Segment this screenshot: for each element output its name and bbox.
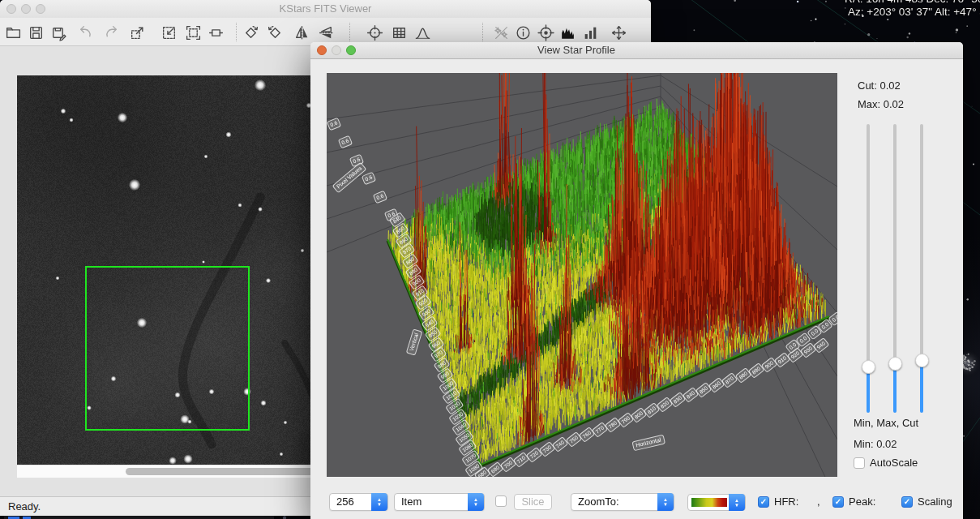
3d-surface-canvas[interactable] [327,73,837,477]
sample-size-value: 256 [336,494,354,510]
window-title: KStars FITS Viewer [0,0,651,18]
slider-knob[interactable] [915,354,929,367]
spinbox-stepper-icon[interactable]: ▲▼ [371,493,387,511]
show-crosshair-button[interactable] [363,21,386,44]
fit-stars-icon [414,24,431,41]
flip-horizontal-icon [293,24,310,41]
zoom-actual-size-button[interactable] [204,21,227,44]
star-profile-3d-plot[interactable]: 0.60.60.60.60.60.68408508608708808909009… [327,73,837,477]
flip-vertical-button[interactable] [315,21,337,44]
zoom-to-fit-icon [185,24,202,41]
statistics-button[interactable] [579,21,601,44]
max-slider[interactable] [887,122,903,416]
open-file-button[interactable] [2,21,24,44]
sliders-caption: Min, Max, Cut [854,417,918,429]
autoscale-checkbox[interactable] [854,457,865,469]
item-combobox-value: Item [401,494,422,510]
peak-checkbox[interactable] [832,496,844,508]
min-slider[interactable] [860,122,876,416]
slider-knob[interactable] [888,357,902,371]
mark-stars-button[interactable] [490,21,512,44]
scaling-checkbox[interactable] [901,496,913,508]
show-pixel-gridlines-button[interactable] [387,21,410,44]
slider-fill [893,364,897,413]
min-value-label: Min: 0.02 [854,438,897,450]
toolbar-separator [482,23,483,41]
histogram-button[interactable] [556,21,579,44]
slider-fill [867,367,870,413]
dialog-title: View Star Profile [503,42,649,58]
pan-mode-icon [610,24,627,41]
view-star-profile-dialog: View Star Profile 0.60.60.60.60.60.68408… [310,42,963,519]
scaling-label: Scaling [918,495,952,508]
zoom-in-button[interactable] [126,21,148,44]
zoom-out-icon [160,24,178,41]
undo-button[interactable] [74,21,96,44]
toolbar-separator [349,23,350,41]
peak-label: Peak: [849,495,875,508]
flip-vertical-icon [318,24,335,41]
image-info-button[interactable] [511,21,534,44]
combobox-stepper-icon[interactable]: ▲▼ [468,493,484,511]
minimize-window-button[interactable] [332,45,341,55]
autoscale-label: AutoScale [870,457,918,469]
zoom-actual-size-icon [208,24,225,41]
flip-horizontal-button[interactable] [290,21,313,44]
show-crosshair-icon [366,24,383,41]
hfr-label: HFR: [774,495,798,508]
center-telescope-icon [537,24,554,41]
redo-button[interactable] [100,21,122,44]
dialog-titlebar: View Star Profile [310,42,963,59]
color-gradient-swatch [691,498,727,507]
redo-icon [103,24,120,41]
zoom-to-fit-button[interactable] [182,21,204,44]
fit-stars-button[interactable] [411,21,434,44]
undo-icon [77,24,94,41]
save-file-icon [28,24,45,41]
star-selection-rectangle [85,266,250,431]
open-file-icon [5,24,22,41]
slider-track[interactable] [893,124,897,364]
fits-viewer-titlebar: KStars FITS Viewer [0,0,651,19]
hfr-value: , [817,495,820,508]
slice-checkbox[interactable] [495,495,507,507]
histogram-icon [559,24,576,41]
statistics-icon [582,24,599,41]
zoom-to-combobox[interactable]: ZoomTo: ▲▼ [571,493,674,511]
zoom-out-button[interactable] [157,21,180,44]
rotate-left-button[interactable] [263,21,286,44]
az-alt-readout: Az: +203° 03' 37" Alt: +47° 56' 5 [848,6,980,18]
center-telescope-button[interactable] [534,21,557,44]
combobox-stepper-icon[interactable]: ▲▼ [729,494,745,511]
combobox-stepper-icon[interactable]: ▲▼ [657,493,674,511]
save-file-as-icon [50,24,67,41]
color-scheme-combobox[interactable]: ▲▼ [687,494,746,511]
max-value-label: Max: 0.02 [858,98,904,110]
hfr-checkbox[interactable] [758,496,769,508]
slider-track[interactable] [867,124,870,367]
rotate-right-icon [242,24,259,41]
cut-slider[interactable] [914,122,930,416]
background-window-edge [4,516,274,519]
sample-size-spinbox[interactable]: 256 ▲▼ [329,493,388,511]
save-file-button[interactable] [24,21,47,44]
mark-stars-icon [493,24,510,41]
cut-value-label: Cut: 0.02 [858,79,901,92]
image-info-icon [515,24,532,41]
item-combobox[interactable]: Item ▲▼ [394,493,485,511]
slider-fill [920,361,923,413]
slice-button[interactable]: Slice [514,494,552,510]
zoom-to-value: ZoomTo: [578,494,619,510]
zoom-in-icon [129,24,146,41]
close-window-button[interactable] [317,45,327,55]
rotate-right-button[interactable] [239,21,262,44]
ra-dec-readout: RA: 16h 4m 48s Dec: 76° 56' 36" [845,0,980,5]
show-pixel-gridlines-icon [391,24,408,41]
slider-knob[interactable] [862,360,875,374]
rotate-left-icon [267,24,284,41]
zoom-window-button[interactable] [346,45,356,55]
save-file-as-button[interactable] [47,21,70,44]
pan-mode-button[interactable] [607,21,630,44]
slider-track[interactable] [920,124,923,361]
status-text: Ready. [8,500,41,513]
